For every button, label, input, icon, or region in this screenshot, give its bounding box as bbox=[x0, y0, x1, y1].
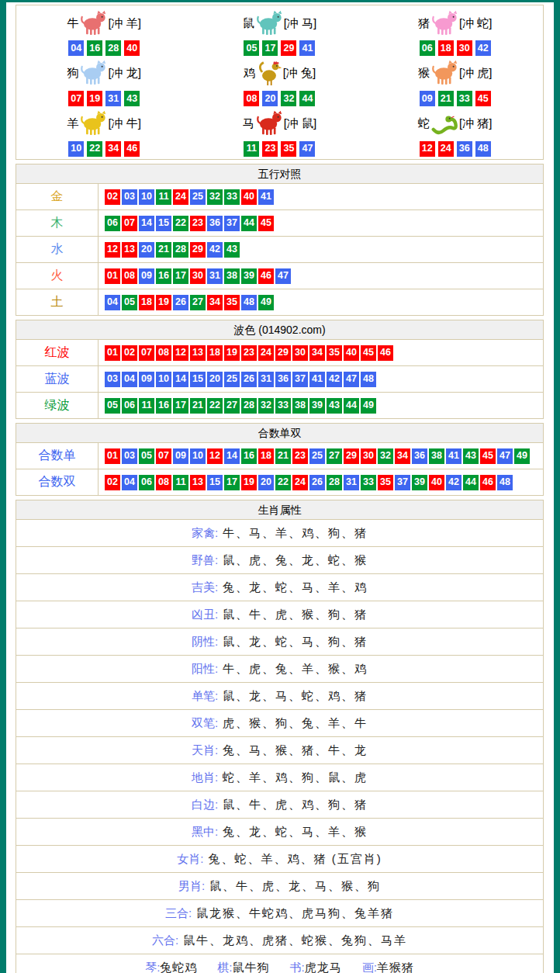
number-ball: 44 bbox=[463, 475, 479, 490]
number-ball: 19 bbox=[224, 345, 240, 361]
number-ball: 30 bbox=[457, 40, 472, 56]
section-row: 绿波05061116172122272832333839434449 bbox=[16, 393, 543, 418]
section-row: 合数双0204060811131517192022242628313335373… bbox=[16, 469, 543, 495]
number-ball: 41 bbox=[446, 448, 461, 464]
attribute-value: 鼠、牛、虎、鸡、狗、猪 bbox=[223, 798, 368, 812]
attribute-value: 鼠、龙、蛇、马、狗、猪 bbox=[223, 635, 368, 649]
zodiac-cell: 猪[冲 蛇]06183042 bbox=[368, 7, 543, 57]
number-ball: 37 bbox=[395, 475, 410, 490]
number-ball: 45 bbox=[475, 91, 491, 106]
number-ball: 11 bbox=[173, 475, 188, 490]
section-row: 木06071415222336374445 bbox=[16, 210, 543, 237]
number-ball: 35 bbox=[281, 141, 296, 157]
attribute-row: 凶丑:鼠、牛、虎、猴、狗、猪 bbox=[16, 601, 543, 628]
number-ball: 36 bbox=[275, 372, 291, 387]
zodiac-numbers: 09213345 bbox=[420, 91, 491, 106]
attribute-value: 鼠、牛、虎、龙、马、猴、狗 bbox=[209, 879, 381, 894]
zodiac-cell: 马[冲 鼠]11233547 bbox=[192, 108, 367, 158]
number-ball: 18 bbox=[258, 448, 274, 464]
dog-icon bbox=[78, 59, 108, 88]
number-ball: 19 bbox=[87, 91, 102, 106]
number-ball: 27 bbox=[224, 398, 240, 414]
section-sum-odd-even: 合数单双合数单010305070910121416182123252729303… bbox=[16, 423, 544, 496]
number-ball: 19 bbox=[241, 475, 257, 490]
number-ball: 04 bbox=[122, 475, 137, 490]
number-ball: 10 bbox=[68, 141, 84, 157]
number-ball: 24 bbox=[173, 189, 188, 205]
zodiac-numbers: 11233547 bbox=[244, 141, 315, 157]
zodiac-cell: 牛[冲 羊]04162840 bbox=[16, 7, 192, 57]
number-ball: 45 bbox=[361, 345, 376, 361]
section-row: 水1213202128294243 bbox=[16, 237, 543, 263]
number-ball: 21 bbox=[275, 448, 291, 464]
zodiac-name: 鸡 bbox=[244, 66, 255, 81]
number-ball: 38 bbox=[292, 398, 308, 414]
number-ball: 45 bbox=[480, 448, 496, 464]
number-ball: 39 bbox=[412, 475, 427, 490]
number-ball: 49 bbox=[258, 295, 274, 310]
row-label: 绿波 bbox=[16, 393, 99, 418]
arts-pair: 画:羊猴猪 bbox=[362, 961, 414, 973]
number-ball: 02 bbox=[105, 189, 120, 205]
number-ball: 29 bbox=[344, 448, 359, 464]
number-ball: 44 bbox=[241, 216, 257, 231]
zodiac-name: 蛇 bbox=[418, 116, 430, 131]
number-ball: 43 bbox=[224, 242, 240, 258]
zodiac-title: 鼠[冲 马] bbox=[243, 8, 317, 39]
number-ball: 09 bbox=[420, 91, 435, 106]
number-ball: 16 bbox=[87, 40, 102, 56]
zodiac-cell: 狗[冲 龙]07193143 bbox=[16, 57, 192, 107]
zodiac-name: 牛 bbox=[67, 16, 78, 31]
number-ball: 40 bbox=[241, 189, 257, 205]
zodiac-title: 鸡[冲 兔] bbox=[244, 58, 316, 89]
row-numbers: 0102070812131819232429303435404546 bbox=[99, 340, 543, 365]
number-ball: 48 bbox=[497, 475, 513, 490]
number-ball: 41 bbox=[309, 372, 325, 387]
zodiac-numbers: 04162840 bbox=[68, 40, 140, 56]
attribute-label: 单笔: bbox=[192, 689, 218, 704]
number-ball: 34 bbox=[105, 141, 121, 157]
number-ball: 13 bbox=[190, 345, 206, 361]
page: 牛[冲 羊]04162840鼠[冲 马]05172941猪[冲 蛇]061830… bbox=[0, 0, 560, 973]
attribute-row: 阳性:牛、虎、兔、羊、猴、鸡 bbox=[16, 656, 543, 683]
number-ball: 12 bbox=[105, 242, 120, 258]
number-ball: 36 bbox=[457, 141, 472, 157]
arts-pair: 棋:鼠牛狗 bbox=[217, 961, 269, 973]
number-ball: 12 bbox=[207, 448, 223, 464]
attribute-label: 男肖: bbox=[178, 879, 205, 894]
number-ball: 06 bbox=[105, 216, 120, 231]
number-ball: 33 bbox=[361, 475, 376, 490]
attribute-row: 野兽:鼠、虎、兔、龙、蛇、猴 bbox=[16, 547, 543, 574]
number-ball: 16 bbox=[241, 448, 257, 464]
number-ball: 22 bbox=[207, 398, 223, 414]
number-ball: 16 bbox=[156, 398, 171, 414]
number-ball: 47 bbox=[497, 448, 513, 464]
number-ball: 35 bbox=[327, 345, 342, 361]
attribute-label: 黑中: bbox=[192, 825, 218, 840]
zodiac-clash-label: [冲 牛] bbox=[108, 116, 141, 131]
zodiac-title: 猴[冲 虎] bbox=[418, 58, 493, 89]
number-ball: 07 bbox=[68, 91, 84, 106]
attribute-row: 地肖:蛇、羊、鸡、狗、鼠、虎 bbox=[16, 764, 543, 791]
number-ball: 22 bbox=[275, 475, 291, 490]
zodiac-numbers: 05172941 bbox=[244, 40, 315, 56]
monkey-icon bbox=[430, 59, 459, 88]
number-ball: 30 bbox=[190, 268, 206, 284]
attribute-value: 虎龙马 bbox=[305, 961, 342, 973]
zodiac-cell: 蛇[冲 猪]12243648 bbox=[368, 108, 543, 158]
number-ball: 47 bbox=[344, 372, 359, 387]
number-ball: 28 bbox=[327, 475, 342, 490]
number-ball: 46 bbox=[480, 475, 496, 490]
section-row: 火0108091617303138394647 bbox=[16, 263, 543, 289]
section-zodiac-attributes: 生肖属性家禽:牛、马、羊、鸡、狗、猪野兽:鼠、虎、兔、龙、蛇、猴吉美:兔、龙、蛇… bbox=[16, 500, 544, 973]
number-ball: 21 bbox=[156, 242, 171, 258]
number-ball: 27 bbox=[327, 448, 342, 464]
number-ball: 03 bbox=[122, 189, 137, 205]
attribute-row: 阴性:鼠、龙、蛇、马、狗、猪 bbox=[16, 628, 543, 656]
number-ball: 26 bbox=[173, 295, 188, 310]
row-label: 合数单 bbox=[16, 443, 99, 469]
number-ball: 39 bbox=[309, 398, 325, 414]
number-ball: 20 bbox=[139, 242, 154, 258]
number-ball: 03 bbox=[105, 372, 120, 387]
number-ball: 10 bbox=[190, 448, 206, 464]
